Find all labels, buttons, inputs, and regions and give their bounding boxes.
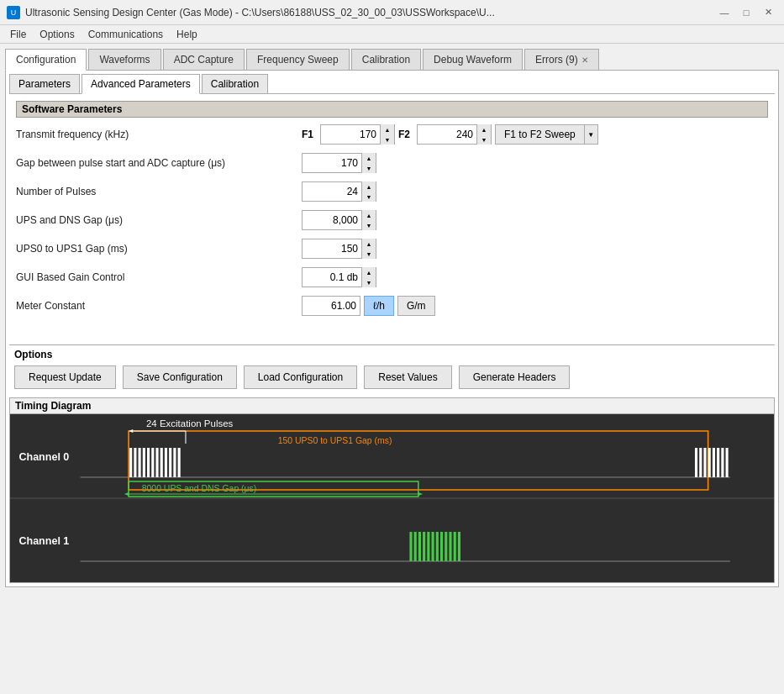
f2-increment[interactable]: ▲ <box>477 124 491 134</box>
svg-text:8000 UPS and DNS Gap (μs): 8000 UPS and DNS Gap (μs) <box>142 484 257 493</box>
gain-control-input[interactable] <box>303 268 361 287</box>
sweep-button-main[interactable]: F1 to F2 Sweep <box>495 124 585 145</box>
svg-rect-41 <box>440 532 443 561</box>
load-configuration-button[interactable]: Load Configuration <box>244 365 357 389</box>
gain-control-decrement[interactable]: ▼ <box>362 277 376 287</box>
f1-label: F1 <box>302 129 313 140</box>
errors-close-icon[interactable]: ✕ <box>581 55 588 65</box>
timing-diagram: Channel 0 Channel 1 24 Excitation Pulses… <box>10 414 774 582</box>
svg-rect-13 <box>143 448 145 477</box>
inner-tab-advanced-parameters[interactable]: Advanced Parameters <box>82 74 200 94</box>
gain-control-label: GUI Based Gain Control <box>16 271 302 283</box>
f2-label: F2 <box>398 129 410 140</box>
gap-adc-label: Gap between pulse start and ADC capture … <box>16 157 302 169</box>
svg-rect-40 <box>436 532 439 561</box>
timing-diagram-header: Timing Diagram <box>10 398 774 414</box>
gap-adc-spinbox: ▲ ▼ <box>302 153 376 173</box>
minimize-button[interactable]: — <box>715 5 734 20</box>
gap-adc-spinbox-btns: ▲ ▼ <box>361 153 376 173</box>
tab-adc-capture[interactable]: ADC Capture <box>163 49 245 70</box>
tab-frequency-sweep[interactable]: Frequency Sweep <box>246 49 350 70</box>
transmit-freq-input-group: F1 ▲ ▼ F2 ▲ ▼ <box>302 124 598 145</box>
param-row-transmit-freq: Transmit frequency (kHz) F1 ▲ ▼ F2 <box>16 123 768 146</box>
menu-help[interactable]: Help <box>170 27 204 42</box>
svg-rect-15 <box>151 448 154 477</box>
svg-rect-29 <box>713 448 715 477</box>
tab-waveforms[interactable]: Waveforms <box>88 49 160 70</box>
main-tab-bar: Configuration Waveforms ADC Capture Freq… <box>5 49 779 71</box>
gap-adc-increment[interactable]: ▲ <box>362 153 376 163</box>
ups-dns-gap-decrement[interactable]: ▼ <box>362 220 376 230</box>
meter-unit-lh-button[interactable]: ℓ/h <box>364 296 394 316</box>
inner-tab-calibration[interactable]: Calibration <box>202 74 268 93</box>
menu-file[interactable]: File <box>3 27 33 42</box>
svg-rect-38 <box>427 532 429 561</box>
ups-dns-gap-increment[interactable]: ▲ <box>362 210 376 220</box>
menu-options[interactable]: Options <box>33 27 81 42</box>
f2-spinbox: ▲ ▼ <box>417 124 492 145</box>
request-update-button[interactable]: Request Update <box>14 365 116 389</box>
svg-rect-36 <box>418 532 421 561</box>
meter-constant-input-group: ℓ/h G/m <box>302 296 435 316</box>
close-button[interactable]: ✕ <box>759 5 777 20</box>
svg-rect-20 <box>173 448 176 477</box>
svg-rect-11 <box>134 448 136 477</box>
svg-text:24 Excitation Pulses: 24 Excitation Pulses <box>146 418 234 428</box>
ups0-ups1-gap-spinbox-btns: ▲ ▼ <box>361 239 376 259</box>
meter-constant-input[interactable] <box>302 296 360 316</box>
transmit-freq-label: Transmit frequency (kHz) <box>16 129 302 140</box>
tab-calibration[interactable]: Calibration <box>351 49 421 70</box>
sweep-button-dropdown[interactable]: ▼ <box>585 124 598 145</box>
maximize-button[interactable]: □ <box>737 5 755 20</box>
software-params-section: Software Parameters Transmit frequency (… <box>9 97 775 341</box>
ups0-ups1-gap-increment[interactable]: ▲ <box>362 239 376 249</box>
gap-adc-decrement[interactable]: ▼ <box>362 163 376 173</box>
svg-rect-44 <box>454 532 456 561</box>
ups-dns-gap-input[interactable] <box>303 211 361 229</box>
generate-headers-button[interactable]: Generate Headers <box>459 365 571 389</box>
svg-rect-16 <box>155 448 158 477</box>
reset-values-button[interactable]: Reset Values <box>364 365 451 389</box>
f1-input[interactable] <box>321 125 380 144</box>
ups-dns-gap-spinbox-btns: ▲ ▼ <box>361 210 376 230</box>
ups0-ups1-gap-input-group: ▲ ▼ <box>302 239 376 259</box>
svg-rect-32 <box>726 448 729 477</box>
ups0-ups1-gap-input[interactable] <box>303 239 361 258</box>
meter-constant-label: Meter Constant <box>16 300 302 312</box>
gap-adc-input-group: ▲ ▼ <box>302 153 376 173</box>
svg-rect-25 <box>695 448 697 477</box>
f1-spinbox: ▲ ▼ <box>320 124 395 145</box>
f1-increment[interactable]: ▲ <box>381 124 394 134</box>
f2-decrement[interactable]: ▼ <box>477 134 491 145</box>
num-pulses-increment[interactable]: ▲ <box>362 181 376 192</box>
num-pulses-label: Number of Pulses <box>16 186 302 197</box>
gain-control-increment[interactable]: ▲ <box>362 267 376 277</box>
save-configuration-button[interactable]: Save Configuration <box>123 365 237 389</box>
gain-control-spinbox: ▲ ▼ <box>302 267 376 287</box>
tab-configuration[interactable]: Configuration <box>5 49 87 71</box>
num-pulses-decrement[interactable]: ▼ <box>362 192 376 202</box>
f2-input[interactable] <box>418 125 476 144</box>
ups0-ups1-gap-spinbox: ▲ ▼ <box>302 239 376 259</box>
svg-rect-43 <box>449 532 451 561</box>
tab-errors[interactable]: Errors (9) ✕ <box>524 49 599 70</box>
param-row-ups0-ups1-gap: UPS0 to UPS1 Gap (ms) ▲ ▼ <box>16 237 768 260</box>
meter-unit-gm-button[interactable]: G/m <box>397 296 435 316</box>
f1-decrement[interactable]: ▼ <box>381 134 394 145</box>
num-pulses-input[interactable] <box>303 182 361 201</box>
tab-debug-waveform[interactable]: Debug Waveform <box>423 49 523 70</box>
svg-rect-14 <box>147 448 150 477</box>
options-header: Options <box>14 349 770 360</box>
svg-rect-39 <box>432 532 434 561</box>
ups0-ups1-gap-decrement[interactable]: ▼ <box>362 249 376 259</box>
num-pulses-input-group: ▲ ▼ <box>302 181 376 202</box>
svg-rect-31 <box>721 448 723 477</box>
options-section: Options Request Update Save Configuratio… <box>9 344 775 392</box>
menu-communications[interactable]: Communications <box>82 27 170 42</box>
titlebar: U Ultrasonic Sensing Design Center (Gas … <box>0 0 784 25</box>
svg-text:Channel 0: Channel 0 <box>18 451 69 463</box>
param-row-meter-constant: Meter Constant ℓ/h G/m <box>16 294 768 318</box>
svg-text:Channel 1: Channel 1 <box>18 535 69 547</box>
inner-tab-parameters[interactable]: Parameters <box>9 74 80 93</box>
gap-adc-input[interactable] <box>303 154 361 172</box>
